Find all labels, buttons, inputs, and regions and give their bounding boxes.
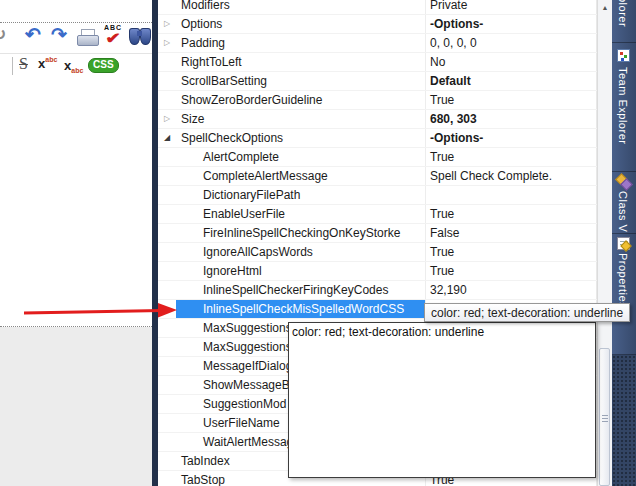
property-value[interactable]: False — [427, 224, 597, 242]
property-row[interactable]: AlertCompleteTrue — [158, 148, 597, 167]
property-name[interactable]: Options — [176, 15, 425, 33]
refresh-icon[interactable]: ↻ — [0, 25, 6, 45]
property-name[interactable]: Modifiers — [176, 0, 425, 14]
row-gutter — [158, 186, 176, 204]
property-name[interactable]: ScrollBarSetting — [176, 72, 425, 90]
property-name[interactable]: ShowZeroBorderGuideline — [176, 91, 425, 109]
subscript-icon[interactable]: xabc — [64, 58, 83, 74]
property-row[interactable]: ScrollBarSettingDefault — [158, 72, 597, 91]
property-value[interactable]: True — [427, 262, 597, 280]
row-gutter — [158, 357, 176, 375]
row-gutter — [158, 319, 176, 337]
property-name[interactable]: EnableUserFile — [176, 205, 425, 223]
side-tab-label: Properties — [617, 253, 629, 308]
property-value[interactable] — [427, 186, 597, 204]
row-gutter — [158, 0, 176, 14]
side-tab-class-view[interactable]: Class View — [612, 172, 636, 234]
toolbar-group-separator — [12, 57, 13, 75]
designer-background — [0, 327, 152, 486]
redo-icon[interactable]: ↷ — [51, 25, 67, 45]
find-binoculars-icon[interactable] — [129, 28, 151, 44]
row-gutter — [158, 395, 176, 413]
property-value[interactable]: True — [427, 91, 597, 109]
value-tooltip: color: red; text-decoration: underline — [424, 303, 630, 322]
property-row[interactable]: IgnoreAllCapsWordsTrue — [158, 243, 597, 262]
scrollbar-grip — [602, 415, 608, 423]
properties-icon — [617, 237, 630, 250]
row-gutter — [158, 91, 176, 109]
row-gutter — [158, 338, 176, 356]
property-name[interactable]: Padding — [176, 34, 425, 52]
property-name[interactable]: IgnoreHtml — [176, 262, 425, 280]
property-name[interactable]: Size — [176, 110, 425, 128]
property-row[interactable]: ShowZeroBorderGuidelineTrue — [158, 91, 597, 110]
property-row[interactable]: CompleteAlertMessageSpell Check Complete… — [158, 167, 597, 186]
print-body — [77, 35, 99, 46]
side-tab-team-explorer[interactable]: Team Explorer — [612, 45, 636, 172]
property-name[interactable]: SpellCheckOptions — [176, 129, 425, 147]
class-view-icon — [617, 175, 630, 188]
property-name[interactable]: InlineSpellCheckerFiringKeyCodes — [176, 281, 425, 299]
row-gutter — [158, 452, 176, 470]
side-tab-properties[interactable]: Properties — [612, 234, 636, 355]
property-value[interactable]: 0, 0, 0, 0 — [427, 34, 597, 52]
property-value[interactable]: Private — [427, 0, 597, 14]
property-value[interactable]: Spell Check Complete. — [427, 167, 597, 185]
property-row[interactable]: EnableUserFileTrue — [158, 205, 597, 224]
property-name[interactable]: DictionaryFilePath — [176, 186, 425, 204]
expand-icon[interactable]: ▷ — [158, 34, 176, 52]
property-row[interactable]: InlineSpellCheckerFiringKeyCodes32,190 — [158, 281, 597, 300]
property-row[interactable]: ▷Size680, 303 — [158, 110, 597, 129]
property-row[interactable]: ▷Padding0, 0, 0, 0 — [158, 34, 597, 53]
property-value[interactable]: 32,190 — [427, 281, 597, 299]
tab-strip-empty-area — [612, 355, 636, 486]
spell-check-icon[interactable]: ABC ✔ — [101, 24, 125, 45]
css-style-button[interactable]: CSS — [88, 58, 119, 73]
side-tab-xplorer[interactable]: xplorer — [612, 0, 636, 43]
row-gutter — [158, 281, 176, 299]
print-icon[interactable] — [77, 29, 99, 45]
property-name[interactable]: InlineSpellCheckMisSpelledWordCSS — [176, 300, 425, 318]
scrollbar-thumb[interactable] — [599, 348, 610, 486]
autohide-tab-strip: xplorerTeam ExplorerClass ViewProperties — [612, 0, 636, 486]
property-name[interactable]: AlertComplete — [176, 148, 425, 166]
property-value[interactable]: 680, 303 — [427, 110, 597, 128]
value-editor-popup[interactable]: color: red; text-decoration: underline — [288, 322, 596, 478]
property-row[interactable]: IgnoreHtmlTrue — [158, 262, 597, 281]
expand-icon[interactable]: ▷ — [158, 15, 176, 33]
property-value[interactable]: True — [427, 205, 597, 223]
property-name[interactable]: IgnoreAllCapsWords — [176, 243, 425, 261]
row-gutter — [158, 148, 176, 166]
property-row[interactable]: ModifiersPrivate — [158, 0, 597, 15]
grid-scrollbar[interactable]: ▲ — [597, 0, 612, 486]
property-row[interactable]: RightToLeftNo — [158, 53, 597, 72]
property-value[interactable]: -Options- — [427, 129, 597, 147]
scroll-up-button[interactable]: ▲ — [598, 0, 612, 15]
toolbar-row-separator — [0, 53, 152, 54]
property-name[interactable]: CompleteAlertMessage — [176, 167, 425, 185]
expand-icon[interactable]: ▷ — [158, 110, 176, 128]
value-editor-text[interactable]: color: red; text-decoration: underline — [289, 323, 595, 340]
property-row[interactable]: ◢SpellCheckOptions-Options- — [158, 129, 597, 148]
team-explorer-icon — [617, 49, 630, 62]
property-name[interactable]: FireInlineSpellCheckingOnKeyStorke — [176, 224, 425, 242]
spell-check-checkmark: ✔ — [98, 31, 128, 45]
side-tab-label: Team Explorer — [617, 67, 629, 144]
property-row[interactable]: FireInlineSpellCheckingOnKeyStorkeFalse — [158, 224, 597, 243]
superscript-icon[interactable]: xabc — [38, 56, 57, 71]
property-row[interactable]: DictionaryFilePath — [158, 186, 597, 205]
property-value[interactable]: Default — [427, 72, 597, 90]
property-name[interactable]: RightToLeft — [176, 53, 425, 71]
row-gutter — [158, 300, 176, 318]
property-value[interactable]: -Options- — [427, 15, 597, 33]
editor-panel: ↻ ↶ ↷ ABC ✔ S xabc xabc CSS — [0, 0, 152, 486]
property-value[interactable]: True — [427, 243, 597, 261]
row-gutter — [158, 167, 176, 185]
binocular-bridge — [137, 31, 142, 36]
strikethrough-icon[interactable]: S — [19, 55, 28, 73]
property-value[interactable]: True — [427, 148, 597, 166]
property-row[interactable]: ▷Options-Options- — [158, 15, 597, 34]
property-value[interactable]: No — [427, 53, 597, 71]
undo-icon[interactable]: ↶ — [25, 25, 41, 45]
collapse-icon[interactable]: ◢ — [158, 129, 176, 147]
